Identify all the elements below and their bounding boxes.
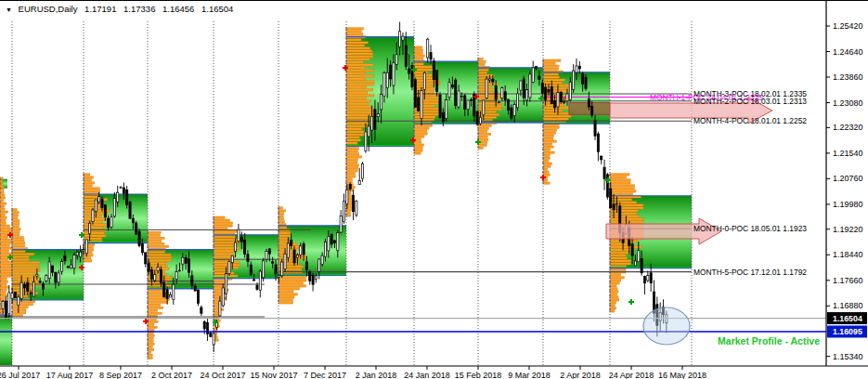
volume-profile-bar (84, 174, 90, 176)
candle-body (300, 246, 302, 255)
candle-body (182, 257, 184, 264)
volume-profile-bar (610, 280, 621, 281)
candle-body (460, 96, 462, 97)
volume-profile-bar (148, 301, 168, 303)
volume-profile-bar (478, 105, 502, 107)
volume-profile-bar (214, 225, 232, 227)
volume-profile-bar (84, 213, 108, 215)
volume-profile-bar (610, 243, 631, 245)
candle-body (89, 223, 91, 233)
date-tick-label: 15 Nov 2017 (250, 371, 297, 379)
collapse-triangle-icon[interactable]: ▼ (6, 7, 12, 13)
poc-label[interactable]: MONTH-4-POC 18.01.01 1.2252 (693, 116, 807, 125)
candle-body (36, 274, 38, 276)
volume-profile-bar (414, 116, 435, 118)
volume-profile-bar (148, 346, 152, 347)
candle-body (610, 189, 612, 208)
volume-profile-bar (0, 197, 6, 199)
candle-body (433, 61, 434, 80)
candle-body (634, 261, 636, 266)
volume-profile-bar (346, 70, 373, 72)
candle-body (414, 80, 416, 108)
candle-body (370, 116, 372, 130)
candle-body (386, 72, 388, 87)
price-chart-canvas[interactable]: 1.254201.246401.238601.230801.223201.215… (0, 1, 868, 379)
candle-body (492, 79, 494, 82)
poc-label[interactable]: MONTH-0-POC 18.05.01 1.1923 (693, 224, 807, 233)
volume-profile-bar (346, 53, 373, 55)
date-tick-label: 16 May 2018 (658, 371, 706, 379)
volume-profile-bar (12, 223, 19, 225)
candle-body (250, 265, 252, 274)
volume-profile-bar (543, 126, 559, 128)
volume-profile-bar (148, 343, 154, 345)
price-tick-label: 1.17660 (833, 276, 863, 285)
volume-profile-bar (543, 137, 553, 139)
volume-profile-bar (543, 65, 559, 67)
volume-profile-bar (543, 171, 549, 173)
candle-body (535, 67, 537, 69)
date-tick-label: 2 Oct 2017 (151, 371, 192, 379)
candle-body (73, 255, 75, 268)
volume-profile-bar (543, 146, 553, 148)
volume-profile-bar (0, 247, 12, 249)
candle-body (501, 88, 503, 98)
volume-profile-bar (0, 289, 6, 291)
volume-profile-bar (543, 118, 568, 120)
volume-profile-bar (543, 115, 571, 117)
volume-profile-bar (12, 215, 19, 216)
price-tick-label: 1.23080 (833, 98, 863, 108)
date-tick-label: 2 Jan 2018 (356, 371, 397, 379)
volume-profile-bar (148, 307, 163, 308)
date-tick-label: 24 Oct 2017 (200, 371, 245, 379)
volume-profile-bar (346, 167, 358, 169)
volume-profile-bar (0, 189, 4, 190)
candle-body (430, 53, 432, 59)
poc-label[interactable]: MONTH-5-POC 17.12.01 1.1792 (693, 268, 807, 277)
candle-body (393, 63, 395, 85)
volume-profile-bar (279, 285, 306, 287)
volume-profile-bar (478, 138, 488, 140)
volume-profile-bar (148, 326, 157, 328)
candle-body (27, 282, 29, 291)
candle-body (498, 102, 499, 103)
volume-profile-bar (543, 68, 559, 70)
volume-profile-bar (346, 95, 374, 97)
price-tick-label: 1.21540 (833, 149, 863, 158)
volume-profile-bar (346, 109, 374, 111)
volume-profile-bar (543, 129, 557, 131)
volume-profile-bar (84, 257, 91, 259)
volume-profile-bar (214, 269, 229, 271)
volume-profile-bar (84, 176, 94, 178)
poc-label[interactable]: MONTH-2-POC 18.03.01 1.2313 (693, 97, 807, 106)
volume-profile-bar (279, 302, 293, 304)
highlight-ellipse[interactable] (643, 307, 690, 345)
volume-profile-bar (346, 173, 355, 175)
candle-body (554, 100, 556, 107)
volume-profile-bar (12, 265, 38, 267)
green-plus-marker[interactable] (628, 299, 634, 305)
candle-body (352, 195, 354, 212)
volume-profile-bar (12, 262, 40, 264)
candle-body (538, 76, 540, 79)
candle-body (516, 94, 518, 108)
date-tick-label: 9 Mar 2018 (508, 371, 551, 379)
candle-body (67, 267, 69, 268)
candle-body (129, 203, 131, 219)
volume-profile-bar (543, 132, 556, 134)
candle-body (548, 90, 550, 92)
candle-body (39, 281, 41, 282)
candle-body (191, 276, 193, 286)
volume-profile-bar (214, 216, 225, 218)
candle-body (564, 101, 565, 102)
candle-body (145, 253, 147, 264)
volume-profile-bar (0, 219, 6, 221)
volume-profile-bar (0, 194, 5, 196)
volume-profile-bar (346, 176, 356, 177)
candle-body (442, 112, 444, 122)
volume-profile-bar (148, 309, 158, 311)
volume-profile-bar (214, 272, 234, 274)
candle-body (421, 90, 422, 118)
volume-profile-bar (610, 288, 617, 290)
candle-body (423, 72, 425, 89)
